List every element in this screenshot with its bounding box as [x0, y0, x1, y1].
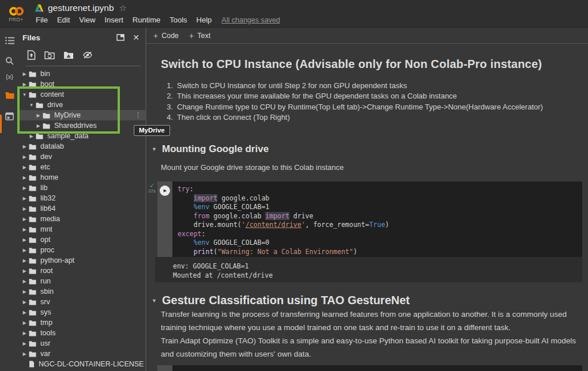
chevron-right-icon[interactable]: ▶ — [22, 237, 27, 243]
chevron-right-icon[interactable]: ▶ — [22, 175, 27, 180]
chevron-right-icon[interactable]: ▶ — [22, 279, 27, 284]
menu-edit[interactable]: Edit — [52, 16, 74, 24]
menu-file[interactable]: File — [35, 16, 52, 24]
files-icon[interactable] — [0, 88, 19, 103]
collapse-triangle-icon[interactable]: ▼ — [152, 298, 157, 304]
collapse-triangle-icon[interactable]: ▼ — [152, 146, 157, 152]
chevron-right-icon[interactable]: ▶ — [22, 186, 27, 191]
tree-item-mnt[interactable]: ▶mnt — [19, 224, 145, 234]
chevron-right-icon[interactable]: ▶ — [22, 206, 27, 211]
tree-item-boot[interactable]: ▶boot — [19, 79, 145, 89]
tree-item-lib32[interactable]: ▶lib32 — [19, 193, 145, 203]
chevron-right-icon[interactable]: ▶ — [22, 331, 27, 336]
tree-item-label: mnt — [40, 225, 52, 233]
chevron-right-icon[interactable]: ▶ — [22, 71, 27, 77]
tree-item-label: sbin — [40, 287, 54, 296]
close-panel-icon[interactable]: ✕ — [133, 33, 140, 42]
colab-app: PRO+ gesturenet.ipynb ☆ FileEditViewInse… — [0, 0, 588, 371]
chevron-right-icon[interactable]: ▶ — [36, 113, 41, 118]
tree-item-MyDrive[interactable]: ▶MyDrive⋮ — [19, 110, 145, 120]
upload-file-icon[interactable] — [27, 50, 36, 62]
chevron-right-icon[interactable]: ▶ — [22, 154, 27, 160]
menu-tools[interactable]: Tools — [165, 16, 191, 24]
tree-item-sbin[interactable]: ▶sbin — [19, 286, 145, 297]
tree-item-run[interactable]: ▶run — [19, 276, 145, 286]
tree-item-lib[interactable]: ▶lib — [19, 183, 145, 193]
gesture-section-heading: Gesture Classification using TAO Gesture… — [162, 294, 410, 307]
chevron-right-icon[interactable]: ▶ — [22, 268, 27, 274]
folder-icon — [29, 278, 36, 285]
tree-item-tools[interactable]: ▶tools — [19, 328, 145, 338]
refresh-folder-icon[interactable] — [44, 51, 55, 62]
chevron-right-icon[interactable]: ▶ — [22, 341, 27, 346]
next-code-cell-partial[interactable] — [157, 365, 582, 371]
run-cell-button[interactable]: ▶ — [160, 186, 170, 196]
tree-item-python-apt[interactable]: ▶python-apt — [19, 255, 145, 266]
chevron-right-icon[interactable]: ▶ — [22, 196, 27, 201]
chevron-right-icon[interactable]: ▶ — [22, 217, 27, 222]
chevron-right-icon[interactable]: ▶ — [22, 258, 27, 263]
terminal-icon[interactable] — [0, 109, 19, 124]
tree-item-sys[interactable]: ▶sys — [19, 307, 145, 317]
tree-item-opt[interactable]: ▶opt — [19, 234, 145, 245]
notebook-title[interactable]: gesturenet.ipynb — [48, 3, 114, 13]
folder-icon — [29, 226, 36, 233]
menu-insert[interactable]: Insert — [100, 16, 128, 24]
add-code-button[interactable]: + Code — [153, 32, 179, 40]
tree-item-Shareddrives[interactable]: ▶Shareddrives — [19, 120, 145, 131]
chevron-right-icon[interactable]: ▶ — [22, 300, 27, 305]
tree-item-sample_data[interactable]: ▶sample_data — [19, 131, 145, 141]
tree-item-lib64[interactable]: ▶lib64 — [19, 203, 145, 214]
chevron-right-icon[interactable]: ▶ — [36, 123, 41, 128]
code-editor[interactable]: try: import google.colab %env GOOGLE_COL… — [172, 181, 582, 257]
chevron-right-icon[interactable]: ▶ — [22, 144, 27, 149]
chevron-right-icon[interactable]: ▶ — [29, 134, 34, 139]
tree-item-home[interactable]: ▶home — [19, 172, 145, 183]
save-status[interactable]: All changes saved — [221, 16, 280, 24]
cpu-step-1: 1.Switch to CPU Instance for until Step … — [164, 80, 543, 91]
tree-item-usr[interactable]: ▶usr — [19, 338, 145, 349]
folder-icon — [29, 206, 36, 212]
cell-gutter: ▶ — [157, 181, 172, 257]
chevron-right-icon[interactable]: ▶ — [22, 227, 27, 232]
chevron-right-icon[interactable]: ▶ — [22, 320, 27, 325]
tree-item-proc[interactable]: ▶proc — [19, 245, 145, 255]
tree-item-label: home — [40, 173, 58, 181]
chevron-right-icon[interactable]: ▶ — [22, 310, 27, 315]
popout-panel-icon[interactable] — [116, 34, 125, 41]
chevron-down-icon[interactable]: ▼ — [29, 103, 34, 108]
add-text-button[interactable]: + Text — [189, 32, 210, 40]
menu-help[interactable]: Help — [192, 16, 217, 24]
menu-runtime[interactable]: Runtime — [128, 16, 165, 24]
tree-item-tmp[interactable]: ▶tmp — [19, 317, 145, 328]
star-icon[interactable]: ☆ — [119, 3, 127, 13]
tree-item-etc[interactable]: ▶etc — [19, 162, 145, 172]
chevron-right-icon[interactable]: ▶ — [22, 82, 27, 87]
chevron-right-icon[interactable]: ▶ — [22, 289, 27, 294]
chevron-right-icon[interactable]: ▶ — [22, 351, 27, 357]
menu-view[interactable]: View — [74, 16, 100, 24]
variables-icon[interactable]: {x} — [0, 69, 19, 84]
tree-item-NGC-DL-CONTAINER-LICENSE[interactable]: NGC-DL-CONTAINER-LICENSE — [19, 359, 145, 369]
kebab-menu-icon[interactable]: ⋮ — [135, 111, 141, 119]
chevron-right-icon[interactable]: ▶ — [22, 248, 27, 253]
folder-icon — [29, 340, 36, 347]
tree-item-content[interactable]: ▼content — [19, 89, 145, 100]
tree-item-media[interactable]: ▶media — [19, 214, 145, 224]
tree-item-root[interactable]: ▶root — [19, 266, 145, 276]
tree-item-var[interactable]: ▶var — [19, 349, 145, 359]
search-icon[interactable] — [0, 53, 19, 68]
tree-item-bin[interactable]: ▶bin — [19, 69, 145, 79]
tree-item-label: root — [40, 267, 53, 275]
hidden-files-eye-icon[interactable] — [82, 51, 93, 62]
mount-section-header: ▼ Mounting Google drive — [152, 143, 269, 155]
chevron-right-icon[interactable]: ▶ — [22, 165, 27, 170]
mount-drive-icon[interactable] — [63, 51, 74, 62]
tree-item-dev[interactable]: ▶dev — [19, 152, 145, 162]
chevron-down-icon[interactable]: ▼ — [22, 92, 27, 97]
table-of-contents-icon[interactable] — [0, 33, 19, 48]
tree-item-drive[interactable]: ▼drive — [19, 100, 145, 110]
tree-item-srv[interactable]: ▶srv — [19, 297, 145, 307]
colab-logo[interactable]: PRO+ — [0, 0, 32, 27]
tree-item-datalab[interactable]: ▶datalab — [19, 141, 145, 152]
